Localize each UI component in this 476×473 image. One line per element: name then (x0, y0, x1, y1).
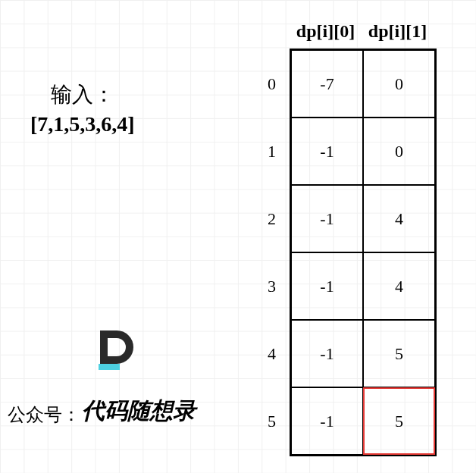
table-row: 3 -1 4 (291, 252, 435, 320)
cell-dp0: -1 (291, 252, 363, 320)
header-dp0: dp[i][0] (290, 21, 362, 42)
table-row: 2 -1 4 (291, 185, 435, 252)
row-index: 0 (253, 50, 276, 117)
cell-dp1: 0 (363, 117, 435, 185)
cell-dp0: -1 (291, 185, 363, 252)
cell-dp0: -1 (291, 320, 363, 387)
cell-dp1: 0 (363, 50, 435, 117)
credit-label: 公众号： (8, 403, 80, 427)
credit-block: 公众号： 代码随想录 (8, 364, 196, 427)
row-index: 2 (253, 185, 276, 252)
input-block: 输入： [7,1,5,3,6,4] (30, 80, 135, 136)
row-index: 1 (253, 117, 276, 185)
input-array: [7,1,5,3,6,4] (30, 112, 135, 136)
cell-dp1: 5 (363, 320, 435, 387)
row-index: 4 (253, 320, 276, 387)
header-dp1: dp[i][1] (362, 21, 434, 42)
table-row: 1 -1 0 (291, 117, 435, 185)
cell-dp0: -7 (291, 50, 363, 117)
row-index: 3 (253, 252, 276, 320)
table-row: 4 -1 5 (291, 320, 435, 387)
input-label: 输入： (30, 80, 135, 109)
table-row: 0 -7 0 (291, 50, 435, 117)
table-row: 5 -1 5 (291, 387, 435, 455)
cell-dp1: 4 (363, 185, 435, 252)
cell-dp0: -1 (291, 117, 363, 185)
table-header-row: dp[i][0] dp[i][1] (290, 21, 434, 42)
dp-table: 0 -7 0 1 -1 0 2 -1 4 3 -1 4 4 -1 5 5 -1 … (290, 49, 437, 456)
cell-dp1: 4 (363, 252, 435, 320)
logo-icon (100, 330, 135, 365)
row-index: 5 (253, 387, 276, 455)
credit-name: 代码随想录 (82, 396, 196, 427)
cell-dp1-highlight: 5 (363, 387, 435, 455)
cell-dp0: -1 (291, 387, 363, 455)
